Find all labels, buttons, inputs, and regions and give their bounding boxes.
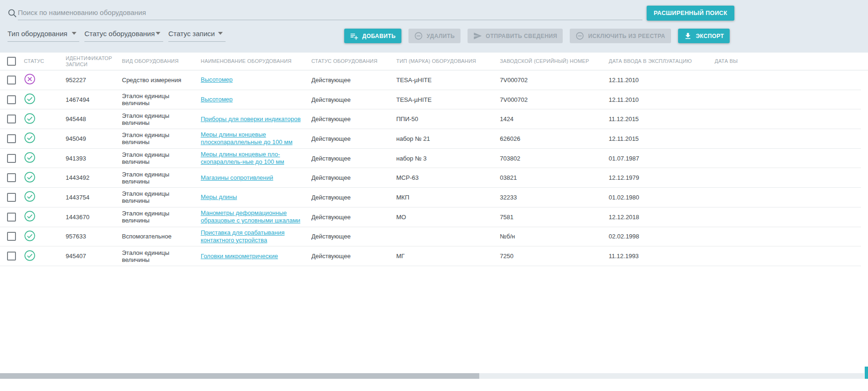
select-all-checkbox[interactable] — [7, 57, 16, 66]
search-input[interactable] — [18, 5, 642, 20]
horizontal-scrollbar-thumb[interactable] — [0, 373, 479, 379]
filter-bar: Тип оборудованияСтатус оборудованияСтату… — [8, 25, 226, 42]
equipment-kind-cell: Эталон единицы величины — [122, 131, 201, 146]
check-circle-icon — [24, 113, 36, 126]
table-row: 1443670Эталон единицы величиныМанометры … — [0, 207, 861, 227]
equipment-status-cell: Действующее — [311, 174, 396, 181]
status-cell — [24, 230, 66, 243]
row-checkbox-cell — [7, 213, 24, 222]
button-label: ОТПРАВИТЬ СВЕДЕНИЯ — [486, 33, 558, 39]
record-id-cell: 952227 — [66, 77, 122, 84]
serial-number-cell: 7250 — [500, 253, 609, 260]
equipment-model-cell: TESA-µHITE — [396, 96, 500, 103]
status-cell — [24, 250, 66, 263]
row-checkbox[interactable] — [7, 134, 16, 143]
export-button[interactable]: ЭКСПОРТ — [678, 29, 730, 43]
row-checkbox[interactable] — [7, 232, 16, 241]
row-checkbox[interactable] — [7, 95, 16, 104]
vertical-scrollbar-thumb[interactable] — [865, 367, 868, 379]
equipment-model-cell: ППИ-50 — [396, 115, 500, 123]
table-row: 945448Эталон единицы величиныПриборы для… — [0, 109, 861, 129]
equipment-name-link[interactable]: Меры длины концевые плоскопараллельные д… — [201, 131, 305, 146]
record-id-cell: 1443754 — [66, 194, 122, 201]
row-checkbox[interactable] — [7, 193, 16, 202]
equipment-status-cell: Действующее — [311, 214, 396, 221]
equipment-name-link[interactable]: Приставка для срабатывания контактного у… — [201, 229, 305, 244]
filter-label: Статус записи — [168, 30, 215, 38]
column-header: ДАТА ВЫ — [715, 58, 868, 64]
equipment-name-link[interactable]: Магазины сопротивлений — [201, 174, 273, 182]
equipment-model-cell: МСР-63 — [396, 174, 500, 181]
serial-number-cell: 626026 — [500, 135, 609, 142]
equipment-name-link[interactable]: Меры длины — [201, 193, 237, 201]
send-info-button[interactable]: ОТПРАВИТЬ СВЕДЕНИЯ — [468, 29, 563, 43]
add-button[interactable]: ДОБАВИТЬ — [344, 29, 401, 43]
status-cell — [24, 171, 66, 184]
download-icon — [684, 32, 692, 40]
remove-circle-icon — [575, 31, 584, 40]
row-checkbox[interactable] — [7, 252, 16, 261]
equipment-model-cell: МО — [396, 214, 500, 221]
exclude-from-registry-button[interactable]: ИСКЛЮЧИТЬ ИЗ РЕЕСТРА — [570, 29, 671, 43]
table-header: СТАТУСИДЕНТИФИКАТОР ЗАПИСИВИД ОБОРУДОВАН… — [0, 53, 868, 70]
record-id-cell: 1467494 — [66, 96, 122, 103]
row-checkbox[interactable] — [7, 154, 16, 163]
row-checkbox-cell — [7, 76, 24, 84]
column-header: НАИМЕНОВАНИЕ ОБОРУДОВАНИЯ — [201, 58, 311, 64]
equipment-status-cell: Действующее — [311, 135, 396, 142]
horizontal-scrollbar[interactable] — [0, 373, 864, 379]
delete-button[interactable]: УДАЛИТЬ — [408, 29, 460, 43]
serial-number-cell: 32233 — [500, 194, 609, 201]
equipment-name-cell: Меры длины концевые пло-скопараллель-ные… — [201, 151, 311, 166]
filter-label: Тип оборудования — [8, 30, 68, 38]
commissioning-date-cell: 01.02.1980 — [609, 194, 715, 201]
row-checkbox-cell — [7, 95, 24, 104]
table-row: 957633ВспомогательноеПриставка для сраба… — [0, 227, 861, 247]
column-header: ДАТА ВВОДА В ЭКСПЛУАТАЦИЮ — [609, 58, 715, 64]
record-id-cell: 941393 — [66, 155, 122, 162]
equipment-model-cell: TESA-µHITE — [396, 77, 500, 84]
equipment-model-cell: набор № 3 — [396, 155, 500, 162]
equipment-name-link[interactable]: Манометры деформационные образцовые с ус… — [201, 209, 305, 224]
status-cell — [24, 93, 66, 106]
row-checkbox-cell — [7, 193, 24, 202]
equipment-status-cell: Действующее — [311, 115, 396, 123]
row-checkbox-cell — [7, 154, 24, 163]
row-checkbox[interactable] — [7, 213, 16, 222]
table-row: 1443492Эталон единицы величиныМагазины с… — [0, 168, 861, 188]
equipment-name-cell: Высотомер — [201, 96, 311, 103]
remove-circle-icon — [414, 31, 423, 40]
equipment-model-cell: МГ — [396, 253, 500, 260]
button-label: ДОБАВИТЬ — [362, 33, 396, 39]
serial-number-cell: 7V000702 — [500, 96, 609, 103]
filter-equipment-type[interactable]: Тип оборудования — [8, 25, 79, 42]
equipment-name-link[interactable]: Головки микрометрические — [201, 253, 278, 260]
row-checkbox[interactable] — [7, 76, 16, 84]
equipment-model-cell: набор № 21 — [396, 135, 500, 142]
check-circle-icon — [24, 250, 36, 263]
commissioning-date-cell: 11.12.1993 — [609, 253, 715, 260]
equipment-kind-cell: Эталон единицы величины — [122, 171, 201, 185]
table-row: 1443754Эталон единицы величиныМеры длины… — [0, 188, 861, 207]
row-checkbox[interactable] — [7, 173, 16, 182]
filter-record-status[interactable]: Статус записи — [168, 25, 226, 42]
equipment-name-link[interactable]: Меры длины концевые пло-скопараллель-ные… — [201, 151, 305, 166]
table-row: 945049Эталон единицы величиныМеры длины … — [0, 129, 861, 149]
commissioning-date-cell: 12.12.1979 — [609, 174, 715, 181]
commissioning-date-cell: 12.11.2010 — [609, 96, 715, 103]
equipment-table: 952227Средство измеренияВысотомерДейству… — [0, 70, 861, 266]
cancel-circle-icon — [24, 73, 36, 86]
advanced-search-button[interactable]: РАСШИРЕННЫЙ ПОИСК — [647, 6, 734, 21]
row-checkbox[interactable] — [7, 115, 16, 123]
equipment-name-cell: Манометры деформационные образцовые с ус… — [201, 209, 311, 224]
equipment-kind-cell: Эталон единицы величины — [122, 190, 201, 204]
equipment-status-cell: Действующее — [311, 253, 396, 260]
column-header: ИДЕНТИФИКАТОР ЗАПИСИ — [66, 55, 122, 68]
equipment-name-link[interactable]: Высотомер — [201, 96, 233, 103]
serial-number-cell: 03821 — [500, 174, 609, 181]
search-icon — [7, 8, 17, 18]
check-circle-icon — [24, 230, 36, 243]
equipment-name-link[interactable]: Высотомер — [201, 76, 233, 84]
equipment-name-link[interactable]: Приборы для поверки индикаторов — [201, 115, 301, 123]
filter-equipment-status[interactable]: Статус оборудования — [84, 25, 163, 42]
